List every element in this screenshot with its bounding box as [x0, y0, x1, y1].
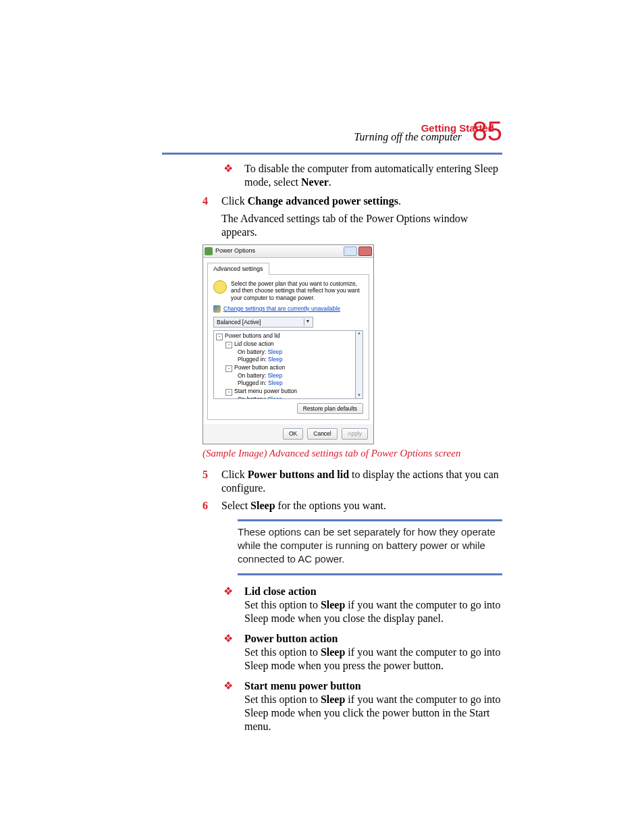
step-number: 4	[203, 194, 212, 208]
close-button[interactable]	[358, 246, 372, 256]
advanced-settings-tab[interactable]: Advanced settings	[207, 263, 269, 275]
page-header: Getting Started 85 Turning off the compu…	[354, 122, 502, 143]
restore-defaults-button[interactable]: Restore plan defaults	[297, 403, 363, 415]
page-number: 85	[473, 116, 503, 147]
page-content: ❖ To disable the computer from automatic…	[203, 162, 502, 740]
step-4-para: The Advanced settings tab of the Power O…	[221, 212, 502, 239]
dialog-body: Advanced settings Select the power plan …	[203, 258, 373, 444]
step-number: 6	[203, 499, 212, 513]
cancel-button[interactable]: Cancel	[307, 428, 337, 440]
note-text: These options can be set separately for …	[238, 525, 502, 567]
minus-icon[interactable]: -	[216, 334, 223, 340]
scrollbar[interactable]: ▲▼	[356, 330, 363, 399]
sub-bullet-list: ❖ Lid close action Set this option to Sl…	[221, 585, 502, 733]
sub-bullet-body: Start menu power button Set this option …	[244, 679, 502, 733]
apply-button[interactable]: Apply	[342, 428, 368, 440]
info-row: Select the power plan that you want to c…	[213, 280, 363, 301]
screenshot-caption: (Sample Image) Advanced settings tab of …	[203, 447, 502, 460]
bullet-never: ❖ To disable the computer from automatic…	[221, 162, 502, 189]
chevron-down-icon: ▼	[304, 319, 311, 325]
section-title: Turning off the computer	[354, 131, 462, 143]
sub-bullet-body: Lid close action Set this option to Slee…	[244, 585, 502, 625]
step-6: 6 Select Sleep for the options you want.	[203, 499, 502, 513]
step-text: Select Sleep for the options you want.	[221, 499, 386, 513]
info-text: Select the power plan that you want to c…	[231, 280, 363, 301]
diamond-bullet-icon: ❖	[221, 585, 235, 625]
power-options-screenshot: Power Options Advanced settings Select t…	[203, 244, 374, 444]
diamond-bullet-icon: ❖	[221, 632, 235, 673]
sub-bullet-power-button: ❖ Power button action Set this option to…	[221, 632, 502, 673]
tab-panel: Select the power plan that you want to c…	[207, 274, 369, 420]
manual-page: Getting Started 85 Turning off the compu…	[0, 0, 644, 834]
ok-button[interactable]: OK	[283, 428, 303, 440]
dialog-titlebar: Power Options	[203, 245, 373, 258]
help-button[interactable]	[344, 246, 357, 256]
sub-bullet-lid: ❖ Lid close action Set this option to Sl…	[221, 585, 502, 625]
step-5: 5 Click Power buttons and lid to display…	[203, 468, 502, 495]
header-rule	[162, 153, 502, 155]
lightbulb-icon	[213, 280, 227, 294]
tree-wrap: -Power buttons and lid -Lid close action…	[213, 330, 363, 399]
note-rule-bottom	[238, 573, 502, 575]
shield-icon	[213, 305, 221, 313]
minus-icon[interactable]: -	[225, 389, 232, 396]
step-number: 5	[203, 468, 212, 495]
restore-row: Restore plan defaults	[213, 403, 363, 415]
bullet-text: To disable the computer from automatical…	[244, 162, 502, 189]
step-text: Click Change advanced power settings.	[221, 194, 401, 208]
change-settings-link[interactable]: Change settings that are currently unava…	[223, 305, 340, 313]
uac-link-row: Change settings that are currently unava…	[213, 305, 363, 313]
power-options-icon	[205, 247, 213, 255]
plan-combobox[interactable]: Balanced [Active] ▼	[213, 317, 313, 328]
window-buttons	[344, 246, 372, 256]
dialog-title: Power Options	[215, 247, 344, 255]
step-text: Click Power buttons and lid to display t…	[221, 468, 502, 495]
step-4: 4 Click Change advanced power settings.	[203, 194, 502, 208]
settings-tree[interactable]: -Power buttons and lid -Lid close action…	[213, 330, 356, 399]
diamond-bullet-icon: ❖	[221, 162, 235, 189]
note-rule-top	[238, 519, 502, 521]
diamond-bullet-icon: ❖	[221, 679, 235, 733]
sub-bullet-body: Power button action Set this option to S…	[244, 632, 502, 673]
plan-value: Balanced [Active]	[217, 319, 261, 326]
minus-icon[interactable]: -	[225, 342, 232, 348]
sub-bullet-start-menu: ❖ Start menu power button Set this optio…	[221, 679, 502, 733]
minus-icon[interactable]: -	[225, 365, 232, 372]
dialog-footer: OK Cancel Apply	[203, 424, 373, 444]
